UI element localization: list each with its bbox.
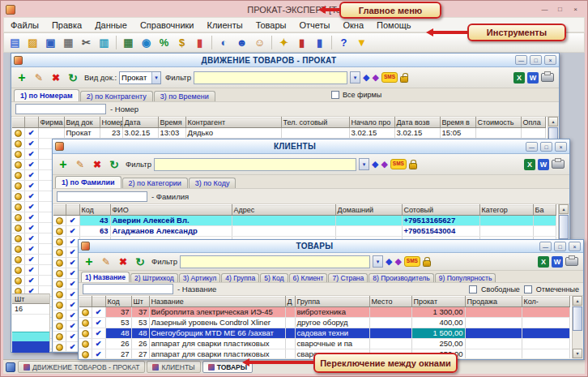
window-close-button[interactable]: × xyxy=(555,142,567,152)
diamond-blue-icon[interactable]: ◆ xyxy=(372,160,378,169)
column-header[interactable]: Стоимость xyxy=(475,118,521,128)
menu-item[interactable]: Товары xyxy=(249,19,293,32)
window-close-button[interactable]: × xyxy=(544,55,556,65)
sms-button[interactable]: SMS xyxy=(404,256,420,267)
row-check-icon[interactable]: ✔ xyxy=(96,319,102,327)
scroll-down-icon[interactable]: ▾ xyxy=(573,349,582,358)
row-check-icon[interactable]: ✔ xyxy=(70,238,76,246)
window-minimize-button[interactable]: — xyxy=(515,55,527,65)
menu-item[interactable]: Помощь xyxy=(370,19,418,32)
row-check-icon[interactable]: ✔ xyxy=(28,266,35,274)
row-check-icon[interactable]: ✔ xyxy=(28,276,35,285)
panel-icon[interactable] xyxy=(6,362,15,372)
column-header[interactable]: Время xyxy=(158,118,185,128)
row-check-icon[interactable]: ✔ xyxy=(28,171,35,179)
globe-icon[interactable]: ◉ xyxy=(138,35,155,51)
window-tab[interactable]: ДВИЖЕНИЕ ТОВАРОВ - ПРОКАТ xyxy=(18,361,145,373)
rental-title-bar[interactable]: ДВИЖЕНИЕ ТОВАРОВ - ПРОКАТ — □ × xyxy=(11,54,559,67)
tab[interactable]: 9) Популярность xyxy=(435,273,496,282)
row-check-icon[interactable]: ✔ xyxy=(70,280,76,288)
window-minimize-button[interactable]: — xyxy=(526,142,538,152)
row-check-icon[interactable]: ✔ xyxy=(70,259,76,267)
diamond-purple-icon[interactable]: ◆ xyxy=(381,160,387,169)
menu-item[interactable]: Справочники xyxy=(134,19,201,32)
column-header[interactable]: Дата xyxy=(122,118,158,128)
row-check-icon[interactable]: ✔ xyxy=(70,343,76,351)
delete-button[interactable]: ✖ xyxy=(49,71,63,85)
scroll-thumb[interactable] xyxy=(573,306,582,331)
table-row[interactable]: ✔5353Лазерный уровень Condtrol Xlinerдру… xyxy=(79,318,569,328)
scroll-thumb[interactable] xyxy=(559,215,569,239)
contacts-icon[interactable]: ☺ xyxy=(251,35,268,51)
row-check-icon[interactable]: ✔ xyxy=(70,269,76,277)
add-button[interactable]: + xyxy=(82,255,96,269)
menu-item[interactable]: Окна xyxy=(337,19,371,32)
scroll-up-icon[interactable]: ▴ xyxy=(548,117,558,126)
column-header[interactable]: Ба xyxy=(533,205,556,216)
tab[interactable]: 1) по Номерам xyxy=(14,89,79,101)
book-red-icon[interactable]: ▮ xyxy=(293,35,310,51)
row-check-icon[interactable]: ✔ xyxy=(70,248,76,256)
help-icon[interactable]: ? xyxy=(335,35,352,51)
vertical-scrollbar[interactable]: ▴ ▾ xyxy=(572,296,582,358)
tab[interactable]: 1) Название xyxy=(81,272,130,282)
row-check-icon[interactable]: ✔ xyxy=(70,311,76,319)
row-check-icon[interactable]: ✔ xyxy=(28,245,35,253)
diamond-blue-icon[interactable]: ◆ xyxy=(363,73,369,82)
free-checkbox[interactable] xyxy=(469,285,477,293)
column-header[interactable] xyxy=(24,118,38,128)
column-header[interactable]: Кол- xyxy=(522,297,569,307)
open-folder-icon[interactable]: ▨ xyxy=(24,35,41,51)
row-check-icon[interactable]: ✔ xyxy=(96,329,102,337)
row-check-icon[interactable]: ✔ xyxy=(28,203,35,211)
sms-button[interactable]: SMS xyxy=(381,72,398,83)
tab[interactable]: 3) Артикул xyxy=(179,273,221,282)
refresh-button[interactable]: ↻ xyxy=(133,255,147,269)
row-check-icon[interactable]: ✔ xyxy=(96,340,102,348)
column-header[interactable] xyxy=(92,297,105,307)
sms-button[interactable]: SMS xyxy=(390,159,407,169)
percent-icon[interactable]: % xyxy=(156,35,173,51)
row-check-icon[interactable]: ✔ xyxy=(28,255,35,263)
edit-button[interactable]: ✎ xyxy=(32,71,46,85)
tab[interactable]: 8) Производитель xyxy=(369,273,433,282)
tab[interactable]: 2) по Контрагенту xyxy=(80,91,153,101)
save-icon[interactable]: ▣ xyxy=(42,35,59,51)
clients-title-bar[interactable]: КЛИЕНТЫ — □ × xyxy=(53,139,569,154)
refresh-button[interactable]: ↻ xyxy=(66,71,80,85)
key-icon[interactable]: ✦ xyxy=(275,35,292,51)
column-header[interactable]: Номер xyxy=(100,118,122,128)
menu-item[interactable]: Файлы xyxy=(4,19,45,32)
column-header[interactable]: Контрагент xyxy=(185,118,281,128)
filter-icon[interactable]: ▼ xyxy=(353,35,370,51)
filter-dropdown-button[interactable]: ▾ xyxy=(350,71,360,84)
lock-icon[interactable] xyxy=(400,76,408,83)
column-header[interactable] xyxy=(79,297,92,307)
print-icon[interactable] xyxy=(541,73,554,82)
search-input[interactable] xyxy=(83,284,173,294)
tab[interactable]: 5) Код xyxy=(260,273,288,282)
column-header[interactable]: Тел. сотовый xyxy=(281,118,349,128)
edit-button[interactable]: ✎ xyxy=(99,255,113,269)
users-icon[interactable]: ☻ xyxy=(233,35,250,51)
word-export-button[interactable]: W xyxy=(552,256,563,268)
table-row[interactable]: ✔2626аппарат для сварки пластиковыхсваро… xyxy=(79,339,569,349)
window-close-button[interactable]: × xyxy=(569,242,581,251)
copy-icon[interactable]: ▥ xyxy=(96,35,113,51)
goods-title-bar[interactable]: ТОВАРЫ — □ × xyxy=(79,240,583,253)
filter-input[interactable] xyxy=(154,158,356,171)
column-header[interactable]: Продажа xyxy=(465,297,522,307)
column-header[interactable]: ФИО xyxy=(110,205,232,216)
column-header[interactable]: Дата возв xyxy=(394,118,440,128)
column-header[interactable]: Шт xyxy=(131,297,149,307)
diamond-blue-icon[interactable]: ◆ xyxy=(386,257,392,266)
delete-button[interactable]: ✖ xyxy=(90,157,104,172)
book-blue-icon[interactable]: ▮ xyxy=(311,35,328,51)
column-header[interactable]: Опла xyxy=(521,118,545,128)
doc-type-select[interactable]: Прокат ▾ xyxy=(119,71,161,84)
excel-export-button[interactable]: X xyxy=(524,159,535,170)
row-check-icon[interactable]: ✔ xyxy=(70,301,76,309)
tab[interactable]: 1) по Фамилии xyxy=(55,176,121,188)
tab[interactable]: 6) Клиент xyxy=(289,273,328,282)
clock-icon[interactable]: ◐ xyxy=(215,35,232,51)
